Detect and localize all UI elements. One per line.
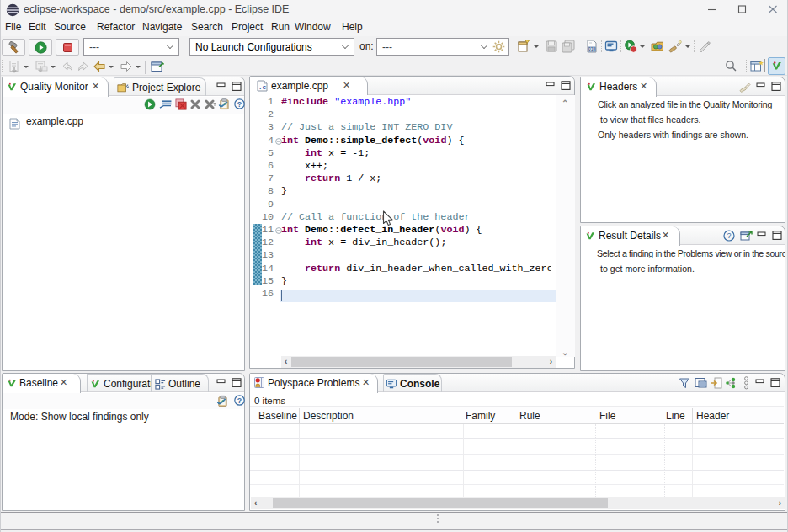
svg-text:010: 010 bbox=[588, 47, 595, 51]
svg-text:.c: .c bbox=[258, 83, 267, 91]
svg-text:?: ? bbox=[727, 231, 731, 240]
svg-text:?: ? bbox=[237, 396, 242, 405]
svg-text:?: ? bbox=[237, 100, 242, 109]
